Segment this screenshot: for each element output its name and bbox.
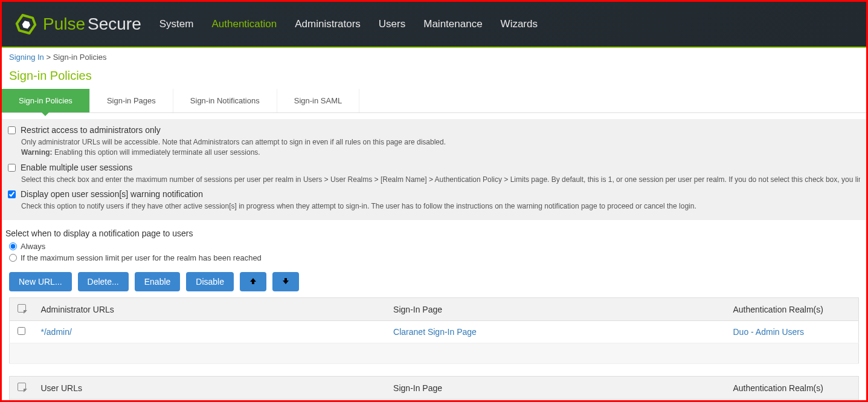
notify-always-row: Always bbox=[9, 241, 866, 252]
table-row: */admin/ Claranet Sign-In Page Duo - Adm… bbox=[10, 321, 859, 343]
tab-signin-pages[interactable]: Sign-in Pages bbox=[90, 89, 173, 112]
tab-signin-saml[interactable]: Sign-in SAML bbox=[277, 89, 359, 112]
delete-button[interactable]: Delete... bbox=[78, 272, 129, 291]
restrict-warning-text: Enabling this option will immediately te… bbox=[53, 148, 260, 157]
notify-max-radio[interactable] bbox=[9, 254, 17, 262]
multi-label: Enable multiple user sessions bbox=[21, 163, 132, 172]
admin-page-link[interactable]: Claranet Sign-In Page bbox=[393, 327, 477, 337]
subtabs: Sign-in Policies Sign-in Pages Sign-in N… bbox=[2, 89, 866, 113]
breadcrumb-current: Sign-in Policies bbox=[53, 53, 107, 62]
admin-urls-header: Administrator URLs bbox=[34, 298, 387, 321]
notify-max-label: If the maximum session limit per user fo… bbox=[21, 253, 262, 262]
action-button-bar: New URL... Delete... Enable Disable bbox=[2, 264, 866, 297]
table-row: */ Duo Duo - Default Route bbox=[10, 400, 859, 402]
multi-row: Enable multiple user sessions bbox=[8, 161, 860, 173]
enable-button[interactable]: Enable bbox=[135, 272, 181, 291]
notify-always-radio[interactable] bbox=[9, 242, 17, 250]
admin-url-link[interactable]: */admin/ bbox=[41, 327, 72, 337]
restrict-checkbox[interactable] bbox=[8, 126, 16, 134]
admin-realms-header: Authentication Realm(s) bbox=[726, 298, 859, 321]
new-url-button[interactable]: New URL... bbox=[9, 272, 72, 291]
user-realms-header: Authentication Realm(s) bbox=[726, 377, 859, 400]
select-all-icon bbox=[18, 304, 26, 313]
breadcrumb: Signing In > Sign-in Policies bbox=[2, 48, 866, 66]
options-panel: Restrict access to administrators only O… bbox=[2, 119, 866, 264]
restrict-warning-label: Warning: bbox=[21, 148, 53, 157]
user-urls-table: User URLs Sign-In Page Authentication Re… bbox=[9, 376, 859, 402]
admin-selectall-header[interactable] bbox=[10, 298, 34, 321]
tab-signin-policies[interactable]: Sign-in Policies bbox=[2, 89, 90, 112]
restrict-row: Restrict access to administrators only bbox=[8, 124, 860, 136]
select-all-icon bbox=[18, 383, 26, 391]
admin-row-checkbox[interactable] bbox=[18, 327, 25, 335]
notify-always-label: Always bbox=[21, 242, 45, 251]
displayopen-checkbox[interactable] bbox=[8, 190, 16, 198]
move-up-button[interactable] bbox=[240, 272, 266, 291]
breadcrumb-parent-link[interactable]: Signing In bbox=[9, 53, 44, 62]
tab-signin-notifications[interactable]: Sign-in Notifications bbox=[173, 89, 277, 112]
disable-button[interactable]: Disable bbox=[186, 272, 234, 291]
pulse-logo-icon bbox=[14, 12, 38, 36]
user-selectall-header[interactable] bbox=[10, 377, 34, 400]
user-urls-header: User URLs bbox=[34, 377, 387, 400]
multi-checkbox[interactable] bbox=[8, 164, 16, 172]
admin-urls-table: Administrator URLs Sign-In Page Authenti… bbox=[9, 297, 859, 364]
admin-realm-link[interactable]: Duo - Admin Users bbox=[733, 327, 804, 337]
nav-wizards[interactable]: Wizards bbox=[501, 18, 538, 30]
restrict-help-text: Only administrator URLs will be accessib… bbox=[21, 138, 446, 146]
top-header: Pulse Secure System Authentication Admin… bbox=[2, 2, 866, 48]
restrict-help: Only administrator URLs will be accessib… bbox=[21, 136, 860, 161]
restrict-label: Restrict access to administrators only bbox=[21, 125, 161, 135]
notify-section: Select when to display a notification pa… bbox=[2, 229, 866, 264]
notify-title: Select when to display a notification pa… bbox=[5, 229, 866, 238]
displayopen-row: Display open user session[s] warning not… bbox=[8, 188, 860, 200]
displayopen-help: Check this option to notify users if the… bbox=[21, 200, 860, 215]
notify-max-row: If the maximum session limit per user fo… bbox=[9, 252, 866, 264]
main-nav: System Authentication Administrators Use… bbox=[159, 18, 538, 30]
arrow-up-icon bbox=[249, 277, 257, 287]
page-title: Sign-in Policies bbox=[2, 66, 866, 89]
nav-maintenance[interactable]: Maintenance bbox=[423, 18, 482, 30]
displayopen-label: Display open user session[s] warning not… bbox=[21, 189, 203, 199]
brand-logo: Pulse Secure bbox=[14, 12, 141, 36]
arrow-down-icon bbox=[282, 277, 289, 287]
admin-signinpage-header: Sign-In Page bbox=[386, 298, 725, 321]
multi-help: Select this check box and enter the maxi… bbox=[21, 173, 860, 189]
brand-secure: Secure bbox=[88, 15, 141, 34]
move-down-button[interactable] bbox=[272, 272, 299, 291]
nav-users[interactable]: Users bbox=[379, 18, 405, 30]
brand-pulse: Pulse bbox=[43, 15, 85, 34]
nav-administrators[interactable]: Administrators bbox=[295, 18, 361, 30]
table-empty-row bbox=[10, 343, 859, 364]
nav-system[interactable]: System bbox=[159, 18, 194, 30]
brand-text: Pulse Secure bbox=[43, 15, 141, 34]
breadcrumb-sep: > bbox=[44, 53, 53, 62]
user-signinpage-header: Sign-In Page bbox=[386, 377, 725, 400]
nav-authentication[interactable]: Authentication bbox=[211, 18, 277, 30]
